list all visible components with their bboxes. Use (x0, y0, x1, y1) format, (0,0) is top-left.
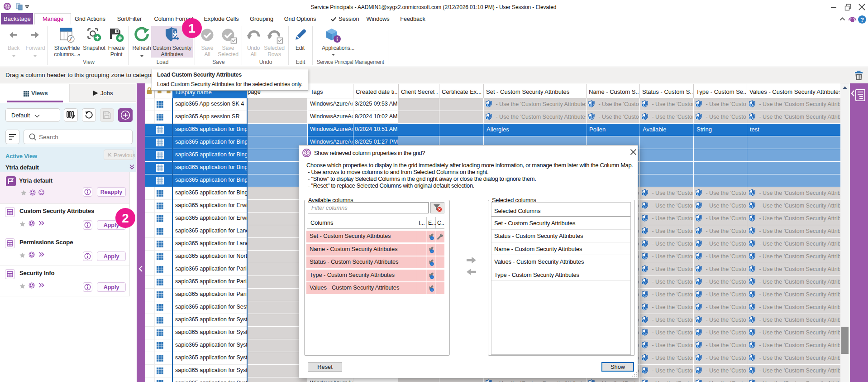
svg-text:i: i (432, 237, 433, 240)
svg-text:i: i (432, 262, 433, 266)
svg-text:i: i (432, 288, 433, 291)
svg-text:i: i (432, 250, 433, 253)
svg-text:?: ? (860, 16, 864, 23)
svg-text:i: i (432, 276, 433, 279)
